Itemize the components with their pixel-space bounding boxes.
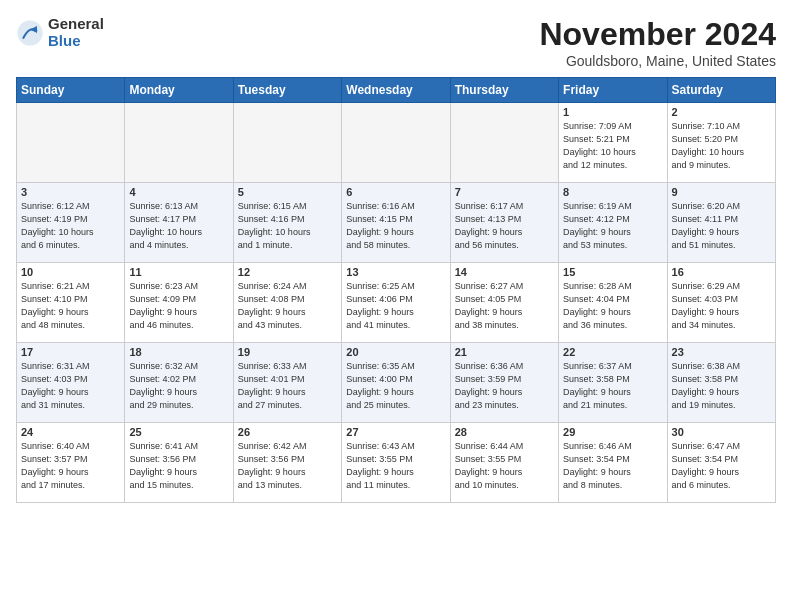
calendar-day-cell: 18Sunrise: 6:32 AM Sunset: 4:02 PM Dayli… [125, 343, 233, 423]
logo-blue-text: Blue [48, 33, 104, 50]
day-number: 26 [238, 426, 337, 438]
calendar-week-row: 3Sunrise: 6:12 AM Sunset: 4:19 PM Daylig… [17, 183, 776, 263]
day-info: Sunrise: 6:46 AM Sunset: 3:54 PM Dayligh… [563, 440, 662, 492]
day-number: 3 [21, 186, 120, 198]
day-number: 21 [455, 346, 554, 358]
day-number: 2 [672, 106, 771, 118]
title-block: November 2024 Gouldsboro, Maine, United … [539, 16, 776, 69]
calendar-day-cell: 5Sunrise: 6:15 AM Sunset: 4:16 PM Daylig… [233, 183, 341, 263]
calendar-day-cell [125, 103, 233, 183]
calendar-day-cell: 15Sunrise: 6:28 AM Sunset: 4:04 PM Dayli… [559, 263, 667, 343]
calendar-day-cell: 8Sunrise: 6:19 AM Sunset: 4:12 PM Daylig… [559, 183, 667, 263]
day-info: Sunrise: 6:43 AM Sunset: 3:55 PM Dayligh… [346, 440, 445, 492]
day-info: Sunrise: 6:17 AM Sunset: 4:13 PM Dayligh… [455, 200, 554, 252]
day-info: Sunrise: 6:19 AM Sunset: 4:12 PM Dayligh… [563, 200, 662, 252]
weekday-header-monday: Monday [125, 78, 233, 103]
day-info: Sunrise: 6:37 AM Sunset: 3:58 PM Dayligh… [563, 360, 662, 412]
calendar-day-cell: 13Sunrise: 6:25 AM Sunset: 4:06 PM Dayli… [342, 263, 450, 343]
day-info: Sunrise: 6:28 AM Sunset: 4:04 PM Dayligh… [563, 280, 662, 332]
day-info: Sunrise: 6:47 AM Sunset: 3:54 PM Dayligh… [672, 440, 771, 492]
day-number: 15 [563, 266, 662, 278]
day-number: 25 [129, 426, 228, 438]
calendar-day-cell: 22Sunrise: 6:37 AM Sunset: 3:58 PM Dayli… [559, 343, 667, 423]
day-info: Sunrise: 6:29 AM Sunset: 4:03 PM Dayligh… [672, 280, 771, 332]
day-info: Sunrise: 6:21 AM Sunset: 4:10 PM Dayligh… [21, 280, 120, 332]
calendar-day-cell: 17Sunrise: 6:31 AM Sunset: 4:03 PM Dayli… [17, 343, 125, 423]
calendar-day-cell: 26Sunrise: 6:42 AM Sunset: 3:56 PM Dayli… [233, 423, 341, 503]
day-info: Sunrise: 6:42 AM Sunset: 3:56 PM Dayligh… [238, 440, 337, 492]
day-info: Sunrise: 6:44 AM Sunset: 3:55 PM Dayligh… [455, 440, 554, 492]
weekday-header-friday: Friday [559, 78, 667, 103]
calendar-day-cell: 25Sunrise: 6:41 AM Sunset: 3:56 PM Dayli… [125, 423, 233, 503]
weekday-header-wednesday: Wednesday [342, 78, 450, 103]
day-info: Sunrise: 6:13 AM Sunset: 4:17 PM Dayligh… [129, 200, 228, 252]
calendar-header-row: SundayMondayTuesdayWednesdayThursdayFrid… [17, 78, 776, 103]
day-info: Sunrise: 7:09 AM Sunset: 5:21 PM Dayligh… [563, 120, 662, 172]
calendar-day-cell: 20Sunrise: 6:35 AM Sunset: 4:00 PM Dayli… [342, 343, 450, 423]
day-number: 20 [346, 346, 445, 358]
calendar-week-row: 10Sunrise: 6:21 AM Sunset: 4:10 PM Dayli… [17, 263, 776, 343]
calendar-day-cell [233, 103, 341, 183]
day-number: 18 [129, 346, 228, 358]
calendar-day-cell: 21Sunrise: 6:36 AM Sunset: 3:59 PM Dayli… [450, 343, 558, 423]
calendar-day-cell [342, 103, 450, 183]
day-number: 7 [455, 186, 554, 198]
day-number: 23 [672, 346, 771, 358]
day-number: 16 [672, 266, 771, 278]
calendar-day-cell: 7Sunrise: 6:17 AM Sunset: 4:13 PM Daylig… [450, 183, 558, 263]
svg-point-0 [17, 20, 42, 45]
day-info: Sunrise: 6:35 AM Sunset: 4:00 PM Dayligh… [346, 360, 445, 412]
day-number: 6 [346, 186, 445, 198]
page-header: General Blue November 2024 Gouldsboro, M… [16, 16, 776, 69]
day-number: 27 [346, 426, 445, 438]
day-info: Sunrise: 6:24 AM Sunset: 4:08 PM Dayligh… [238, 280, 337, 332]
calendar-day-cell: 28Sunrise: 6:44 AM Sunset: 3:55 PM Dayli… [450, 423, 558, 503]
logo-general-text: General [48, 16, 104, 33]
day-number: 30 [672, 426, 771, 438]
calendar-day-cell: 14Sunrise: 6:27 AM Sunset: 4:05 PM Dayli… [450, 263, 558, 343]
calendar-day-cell: 23Sunrise: 6:38 AM Sunset: 3:58 PM Dayli… [667, 343, 775, 423]
day-info: Sunrise: 6:27 AM Sunset: 4:05 PM Dayligh… [455, 280, 554, 332]
day-number: 28 [455, 426, 554, 438]
day-info: Sunrise: 6:41 AM Sunset: 3:56 PM Dayligh… [129, 440, 228, 492]
calendar-day-cell: 12Sunrise: 6:24 AM Sunset: 4:08 PM Dayli… [233, 263, 341, 343]
day-number: 14 [455, 266, 554, 278]
calendar-day-cell: 10Sunrise: 6:21 AM Sunset: 4:10 PM Dayli… [17, 263, 125, 343]
calendar-week-row: 24Sunrise: 6:40 AM Sunset: 3:57 PM Dayli… [17, 423, 776, 503]
calendar-day-cell [450, 103, 558, 183]
calendar-day-cell: 11Sunrise: 6:23 AM Sunset: 4:09 PM Dayli… [125, 263, 233, 343]
logo-icon [16, 19, 44, 47]
calendar-day-cell: 4Sunrise: 6:13 AM Sunset: 4:17 PM Daylig… [125, 183, 233, 263]
day-number: 19 [238, 346, 337, 358]
calendar-day-cell: 1Sunrise: 7:09 AM Sunset: 5:21 PM Daylig… [559, 103, 667, 183]
day-info: Sunrise: 6:20 AM Sunset: 4:11 PM Dayligh… [672, 200, 771, 252]
day-info: Sunrise: 6:15 AM Sunset: 4:16 PM Dayligh… [238, 200, 337, 252]
calendar-day-cell: 6Sunrise: 6:16 AM Sunset: 4:15 PM Daylig… [342, 183, 450, 263]
day-number: 12 [238, 266, 337, 278]
calendar-day-cell: 30Sunrise: 6:47 AM Sunset: 3:54 PM Dayli… [667, 423, 775, 503]
day-info: Sunrise: 7:10 AM Sunset: 5:20 PM Dayligh… [672, 120, 771, 172]
calendar-day-cell: 2Sunrise: 7:10 AM Sunset: 5:20 PM Daylig… [667, 103, 775, 183]
day-number: 24 [21, 426, 120, 438]
day-info: Sunrise: 6:31 AM Sunset: 4:03 PM Dayligh… [21, 360, 120, 412]
location: Gouldsboro, Maine, United States [539, 53, 776, 69]
day-info: Sunrise: 6:40 AM Sunset: 3:57 PM Dayligh… [21, 440, 120, 492]
weekday-header-tuesday: Tuesday [233, 78, 341, 103]
day-info: Sunrise: 6:16 AM Sunset: 4:15 PM Dayligh… [346, 200, 445, 252]
weekday-header-thursday: Thursday [450, 78, 558, 103]
calendar-day-cell: 24Sunrise: 6:40 AM Sunset: 3:57 PM Dayli… [17, 423, 125, 503]
day-number: 5 [238, 186, 337, 198]
calendar-day-cell: 27Sunrise: 6:43 AM Sunset: 3:55 PM Dayli… [342, 423, 450, 503]
day-number: 17 [21, 346, 120, 358]
day-number: 22 [563, 346, 662, 358]
day-number: 8 [563, 186, 662, 198]
weekday-header-sunday: Sunday [17, 78, 125, 103]
day-number: 10 [21, 266, 120, 278]
day-info: Sunrise: 6:36 AM Sunset: 3:59 PM Dayligh… [455, 360, 554, 412]
calendar-day-cell: 3Sunrise: 6:12 AM Sunset: 4:19 PM Daylig… [17, 183, 125, 263]
calendar-day-cell: 9Sunrise: 6:20 AM Sunset: 4:11 PM Daylig… [667, 183, 775, 263]
calendar-day-cell: 16Sunrise: 6:29 AM Sunset: 4:03 PM Dayli… [667, 263, 775, 343]
day-number: 1 [563, 106, 662, 118]
day-number: 9 [672, 186, 771, 198]
day-info: Sunrise: 6:23 AM Sunset: 4:09 PM Dayligh… [129, 280, 228, 332]
